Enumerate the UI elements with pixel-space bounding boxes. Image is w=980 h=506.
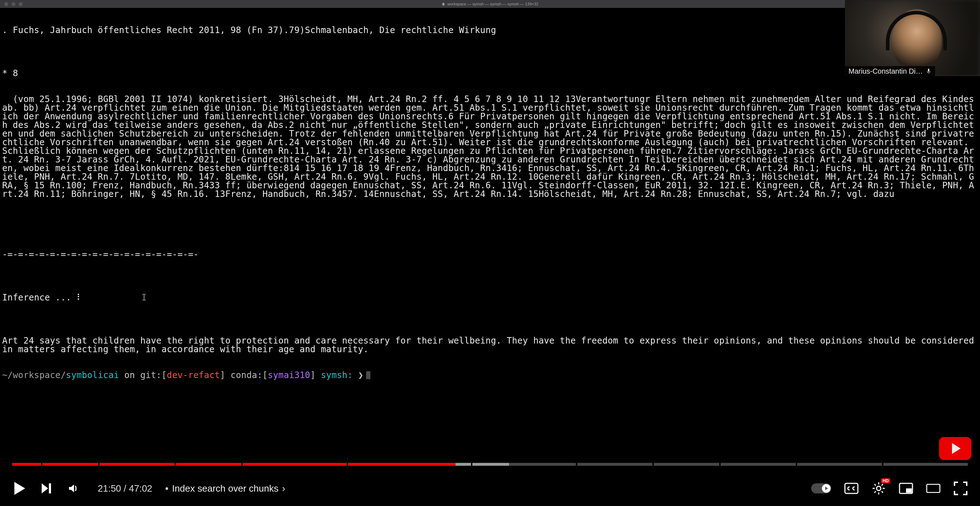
chevron-right-icon: › — [282, 484, 285, 493]
svg-marker-0 — [14, 482, 25, 495]
zoom-dot-icon[interactable] — [19, 2, 22, 6]
chapter-tick — [882, 463, 883, 466]
video-frame: workspace — symsh — symsh — symsh — 139×… — [0, 0, 980, 506]
svg-point-4 — [877, 486, 881, 490]
webcam-overlay: Marius-Constantin Di… — [845, 0, 980, 76]
chapter-tick — [652, 463, 654, 466]
chapter-tick — [796, 463, 797, 466]
captions-button[interactable] — [844, 481, 859, 496]
window-titlebar: workspace — symsh — symsh — symsh — 139×… — [0, 0, 980, 8]
volume-button[interactable] — [67, 481, 81, 496]
play-button[interactable] — [12, 481, 27, 496]
chapter-tick — [347, 463, 348, 466]
cursor-block-icon — [366, 371, 371, 379]
video-player-controls: 21:50 / 47:02 • Index search over chunks… — [0, 463, 980, 506]
svg-rect-2 — [49, 483, 51, 493]
home-icon — [442, 2, 445, 6]
svg-marker-1 — [42, 483, 48, 493]
term-line: . Fuchs, Jahrbuch öffentliches Recht 201… — [2, 26, 978, 35]
chapter-tick — [471, 463, 473, 466]
close-dot-icon[interactable] — [4, 2, 8, 6]
svg-rect-15 — [927, 484, 940, 493]
mic-icon — [926, 68, 932, 74]
svg-line-9 — [874, 484, 876, 485]
chapter-tick — [41, 463, 42, 466]
svg-line-10 — [881, 491, 883, 493]
time-display: 21:50 / 47:02 — [98, 484, 152, 493]
youtube-watermark-icon[interactable] — [939, 437, 971, 460]
settings-button[interactable]: HD — [872, 481, 886, 496]
chapter-tick — [175, 463, 176, 466]
participant-nametag: Marius-Constantin Di… — [845, 66, 935, 76]
chapter-title: Index search over chunks — [172, 484, 278, 493]
terminal-output[interactable]: . Fuchs, Jahrbuch öffentliches Recht 201… — [2, 9, 978, 463]
participant-name: Marius-Constantin Di… — [848, 68, 923, 75]
chapter-tick — [98, 463, 100, 466]
miniplayer-button[interactable] — [899, 481, 913, 496]
played-range — [12, 463, 455, 466]
svg-line-11 — [881, 484, 883, 485]
svg-rect-14 — [906, 488, 912, 493]
progress-bar[interactable] — [12, 463, 968, 466]
chapter-tick — [719, 463, 721, 466]
fullscreen-button[interactable] — [953, 481, 968, 496]
svg-rect-3 — [845, 483, 858, 493]
prompt-line[interactable]: ~/workspace/symbolicai on git:[dev-refac… — [2, 371, 978, 380]
text-cursor-icon: I — [142, 292, 147, 302]
theater-button[interactable] — [926, 481, 940, 496]
minimize-dot-icon[interactable] — [11, 2, 16, 6]
window-title: workspace — symsh — symsh — symsh — 139×… — [447, 2, 538, 6]
chapter-tick — [576, 463, 577, 466]
hd-badge: HD — [881, 478, 890, 483]
play-small-icon — [825, 487, 828, 490]
term-line: * 8 — [2, 69, 978, 78]
chapter-tick — [242, 463, 243, 466]
term-line: -=-=-=-=-=-=-=-=-=-=-=-=-=-=-=-=-=-=- — [2, 250, 978, 259]
next-button[interactable] — [40, 481, 54, 496]
chapter-button[interactable]: • Index search over chunks › — [165, 484, 285, 493]
term-line: (vom 25.1.1996; BGBl 2001 II 1074) konkr… — [2, 95, 978, 198]
autoplay-toggle[interactable] — [811, 483, 831, 493]
svg-line-12 — [874, 491, 876, 493]
term-line: Inference ... ⠇ I — [2, 293, 978, 302]
traffic-lights — [4, 2, 22, 6]
term-line: Art 24 says that children have the right… — [2, 336, 978, 353]
